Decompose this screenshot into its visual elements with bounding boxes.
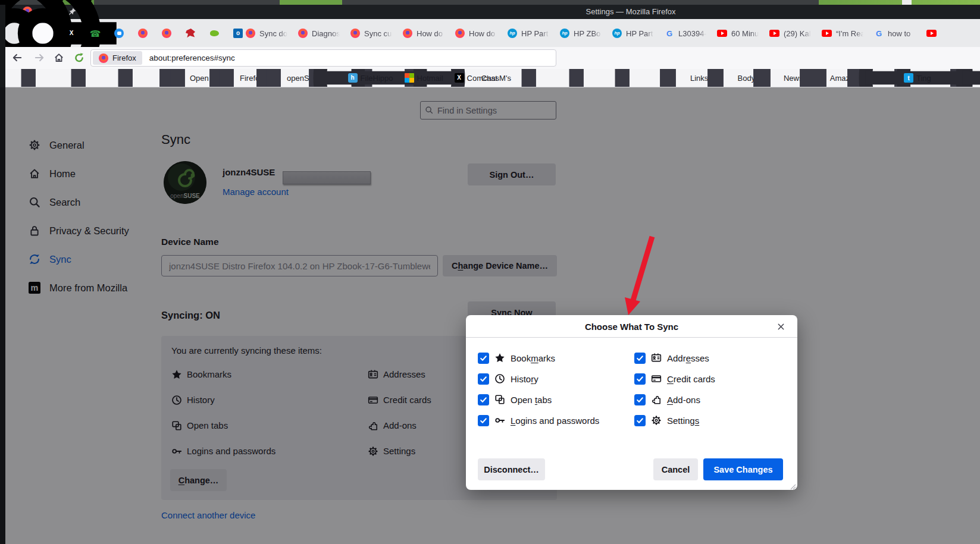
bookmark-music[interactable]: Music — [799, 69, 834, 87]
bookmark-money[interactable]: Money — [696, 69, 732, 87]
pinned-tab-gear-active[interactable] — [32, 23, 54, 44]
dialog-checkbox-add-ons[interactable]: Add-ons — [634, 394, 715, 405]
bookmark-label: FileHippo — [361, 74, 393, 83]
dialog-checkbox-history[interactable]: History — [478, 373, 634, 385]
youtube-favicon — [769, 30, 779, 37]
tab-label: how to — [888, 29, 916, 38]
idcard-icon — [651, 353, 662, 363]
back-button[interactable] — [11, 51, 24, 64]
bookmark-comcast[interactable]: XComcast — [455, 73, 497, 83]
firefox-favicon — [99, 54, 108, 63]
tab-label: How do — [417, 29, 444, 38]
star-icon — [494, 353, 505, 363]
firefox-favicon — [162, 29, 171, 38]
disconnect-button[interactable]: Disconnect… — [478, 458, 545, 480]
dialog-checkbox-bookmarks[interactable]: Bookmarks — [478, 352, 634, 364]
tab-60-minu[interactable]: 60 Minu — [712, 21, 764, 45]
dialog-resize-grippy[interactable] — [789, 482, 796, 489]
google-favicon: G — [665, 29, 674, 38]
pinned-tab-phone[interactable]: ☎ — [89, 27, 101, 39]
bookmark-net-tools[interactable]: Net Tools — [158, 69, 195, 87]
bookmarks-toolbar: Open tabsFirefoxopenSUSENet ToolsGoogleS… — [0, 69, 980, 87]
checkbox-label: Settings — [667, 416, 699, 426]
cancel-button[interactable]: Cancel — [653, 458, 698, 480]
navigation-toolbar: Firefox about:preferences#sync — [0, 47, 980, 69]
checkbox-checked-icon[interactable] — [478, 353, 489, 364]
dialog-checkbox-grid: BookmarksAddressesHistoryCredit cardsOpe… — [478, 352, 715, 426]
dialog-checkbox-settings[interactable]: Settings — [634, 414, 715, 426]
dialog-title: Choose What To Sync — [466, 315, 797, 338]
bookmark-bikes-cars[interactable]: Bikes / Cars — [743, 69, 788, 87]
dialog-checkbox-addresses[interactable]: Addresses — [634, 352, 715, 364]
bookmark-arris-modem[interactable]: Arris Modem — [846, 69, 893, 87]
tab-how-to[interactable]: Ghow to — [869, 21, 921, 45]
tab-29-kali[interactable]: (29) Kali — [764, 21, 816, 45]
tab-label: Sync cu — [364, 29, 392, 38]
pinned-tab-firefox[interactable] — [137, 27, 149, 39]
bookmark-linksys[interactable]: Linksys — [509, 69, 545, 87]
bookmark-google[interactable]: Google — [206, 69, 242, 87]
tab-sync-do[interactable]: Sync do — [240, 21, 293, 45]
ting-favicon: t — [904, 73, 913, 83]
bookmark-hotmail[interactable]: Hotmail — [405, 73, 443, 83]
tab-label: Diagnos — [312, 29, 340, 38]
dialog-checkbox-open-tabs[interactable]: Open tabs — [478, 394, 634, 405]
checkbox-checked-icon[interactable] — [634, 394, 646, 405]
bookmark-filehippo[interactable]: hFileHippo — [348, 73, 393, 83]
site-identity-chip[interactable]: Firefox — [93, 51, 142, 65]
pinned-tab-firefox[interactable] — [161, 27, 173, 39]
tab-how-do[interactable]: How do — [450, 21, 502, 45]
tab-l30394[interactable]: GL30394- — [659, 21, 712, 45]
checkbox-checked-icon[interactable] — [634, 353, 646, 364]
dialog-header: Choose What To Sync — [466, 315, 797, 338]
tab-sync-cu[interactable]: Sync cu — [345, 21, 397, 45]
tab-i-m-rea[interactable]: “I'm Rea — [816, 21, 869, 45]
site-chip-label: Firefox — [112, 54, 136, 62]
tab-label: (29) Kali — [784, 29, 811, 38]
bookmark-open-tabs[interactable]: Open tabs — [8, 69, 47, 87]
tab-label: “I'm Rea — [836, 29, 863, 38]
checkbox-checked-icon[interactable] — [478, 415, 489, 426]
gear-icon — [651, 415, 662, 426]
window-title: Settings — Mozilla Firefox — [586, 7, 676, 16]
save-changes-button[interactable]: Save Changes — [703, 458, 783, 480]
tab-hp-part[interactable]: hpHP Part — [607, 21, 659, 45]
forward-button[interactable] — [33, 51, 46, 64]
url-bar[interactable]: Firefox about:preferences#sync — [90, 49, 556, 67]
desktop-fragment — [819, 0, 980, 5]
tabs-icon — [494, 394, 505, 405]
bookmark-opensuse[interactable]: openSUSE — [105, 69, 146, 87]
pinned-tab-chat[interactable] — [113, 27, 125, 39]
tab-hp-part[interactable]: hpHP Part — [502, 21, 555, 45]
checkbox-checked-icon[interactable] — [634, 373, 646, 385]
green-refresh-icon[interactable] — [73, 51, 86, 64]
chameleon-favicon — [209, 29, 219, 38]
tab-how-do[interactable]: How do — [397, 21, 450, 45]
checkbox-checked-icon[interactable] — [478, 394, 489, 405]
bookmark-sony[interactable]: Sony — [253, 69, 288, 87]
bookmark-news[interactable]: News — [602, 69, 637, 87]
firefox-favicon — [350, 29, 360, 38]
dialog-checkbox-logins-and-passwords[interactable]: Logins and passwords — [478, 414, 634, 426]
hp-favicon: hp — [612, 29, 622, 38]
checkbox-checked-icon[interactable] — [634, 415, 646, 426]
tab-hp-zbo[interactable]: hpHP ZBo — [555, 21, 607, 45]
bookmark-ting[interactable]: tTing — [904, 73, 931, 83]
bookmark-download[interactable]: Download — [943, 69, 980, 87]
pinned-tab-chameleon[interactable] — [208, 27, 220, 39]
pinned-tab-x[interactable]: X — [65, 27, 77, 39]
pinned-tab-dragon[interactable] — [184, 27, 196, 39]
checkbox-checked-icon[interactable] — [478, 373, 489, 385]
tab-partial[interactable] — [921, 21, 973, 45]
bookmark-amazon[interactable]: Amazon — [649, 69, 685, 87]
bookmark-chasm-s[interactable]: ChasM's — [300, 69, 337, 87]
tab-label: HP Part — [626, 29, 654, 38]
bookmark-firefox[interactable]: Firefox — [58, 69, 94, 87]
bookmark-body[interactable]: Body — [556, 69, 591, 87]
tab-diagnos[interactable]: Diagnos — [293, 21, 345, 45]
checkbox-label: Add-ons — [667, 395, 700, 405]
close-icon[interactable] — [774, 319, 788, 334]
dialog-checkbox-credit-cards[interactable]: Credit cards — [634, 373, 715, 385]
window-titlebar: Settings — Mozilla Firefox — [0, 5, 980, 19]
home-button[interactable] — [52, 51, 65, 64]
